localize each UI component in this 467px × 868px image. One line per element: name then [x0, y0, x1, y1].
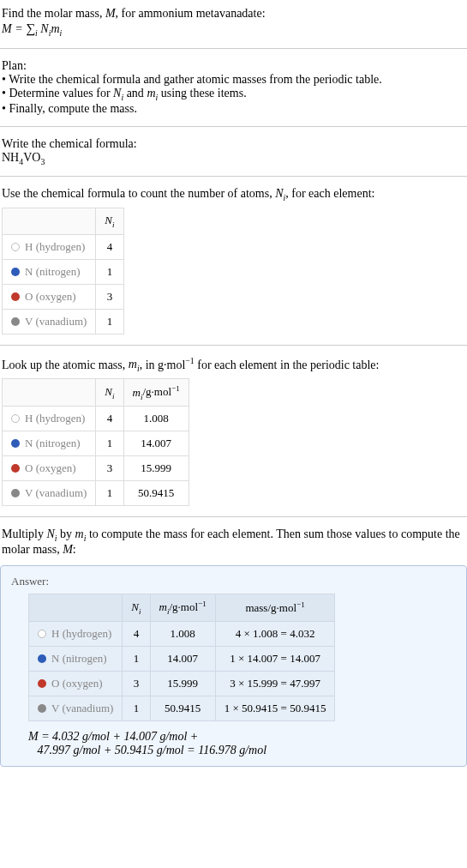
mi-cell: 14.007: [123, 431, 189, 456]
eq-equals: =: [12, 22, 26, 35]
plan-and: and: [123, 87, 147, 99]
plan-bullet-3: • Finally, compute the mass.: [2, 102, 465, 116]
element-dot-icon: [38, 679, 46, 688]
mult-by: by: [57, 527, 75, 540]
table-row: H (hydrogen)4: [3, 234, 124, 259]
sum-symbol: ∑: [26, 21, 35, 35]
table-row: V (vanadium)150.9415: [3, 481, 189, 506]
element-label: H (hydrogen): [25, 240, 85, 254]
ni-cell: 3: [96, 284, 123, 309]
hdr-mi-exp: −1: [171, 384, 180, 393]
element-dot-icon: [11, 489, 20, 497]
table-row: N (nitrogen)1: [3, 259, 124, 284]
intro-equation: M = ∑i Nimi: [2, 21, 465, 38]
mult-post: :: [73, 543, 76, 556]
table-header-row: Ni: [3, 208, 124, 235]
intro-pre: Find the molar mass,: [2, 7, 105, 20]
plan-bullet-2: • Determine values for Ni and mi using t…: [2, 87, 465, 102]
count-ni: Ni: [275, 187, 285, 200]
eq-Ni: N: [40, 22, 48, 35]
table-header-row: Ni mi/g·mol−1 mass/g·mol−1: [29, 594, 335, 621]
element-cell: H (hydrogen): [3, 407, 96, 431]
table-row: O (oxygen)315.999: [3, 456, 189, 481]
eq-mi: m: [51, 22, 59, 35]
mi-cell: 50.9415: [123, 481, 189, 506]
ni-cell: 3: [123, 671, 150, 696]
element-dot-icon: [38, 654, 46, 663]
mass-cell: 1 × 50.9415 = 50.9415: [215, 696, 335, 720]
plan-b2-post: using these items.: [158, 87, 246, 99]
element-dot-icon: [11, 317, 20, 326]
mi-cell: 14.007: [150, 646, 215, 671]
ni-cell: 1: [96, 309, 123, 334]
hdr-mi-unit: /g·mol: [169, 600, 198, 613]
ni-cell: 1: [96, 259, 123, 284]
mass-mi-m: m: [129, 358, 137, 371]
divider: [0, 345, 467, 346]
element-cell: V (vanadium): [3, 481, 96, 506]
count-ni-n: N: [275, 187, 283, 200]
mult-pre: Multiply: [2, 527, 47, 540]
sum-index: i: [35, 28, 38, 38]
plan-mi: mi: [147, 87, 158, 99]
final-eq-line2: 47.997 g/mol + 50.9415 g/mol = 116.978 g…: [38, 744, 267, 756]
ni-cell: 1: [123, 696, 150, 720]
element-cell: N (nitrogen): [3, 431, 96, 456]
final-equation: M = 4.032 g/mol + 14.007 g/mol + 47.997 …: [11, 730, 456, 757]
chem-sub3: 3: [40, 156, 45, 166]
divider: [0, 48, 467, 49]
element-label: O (oxygen): [25, 461, 76, 475]
count-pre: Use the chemical formula to count the nu…: [2, 187, 275, 200]
element-cell: H (hydrogen): [29, 621, 123, 646]
mi-cell: 15.999: [150, 671, 215, 696]
table-row: V (vanadium)150.94151 × 50.9415 = 50.941…: [29, 696, 335, 720]
plan-section: Plan: • Write the chemical formula and g…: [0, 56, 467, 119]
element-label: H (hydrogen): [51, 627, 111, 641]
element-cell: O (oxygen): [3, 456, 96, 481]
element-dot-icon: [11, 414, 20, 423]
plan-ni: Ni: [113, 87, 123, 99]
mult-mi-m: m: [75, 527, 84, 540]
eq-M: M: [2, 22, 12, 35]
hdr-mi: mi/g·mol−1: [150, 594, 215, 621]
divider: [0, 126, 467, 127]
element-dot-icon: [11, 292, 20, 301]
element-cell: V (vanadium): [29, 696, 123, 720]
intro-var-M: M: [105, 7, 116, 20]
intro-post: , for ammonium metavanadate:: [116, 7, 266, 20]
mult-ni-n: N: [47, 527, 55, 540]
mass-pre: Look up the atomic mass,: [2, 358, 129, 371]
count-text: Use the chemical formula to count the nu…: [2, 187, 465, 202]
table-row: N (nitrogen)114.007: [3, 431, 189, 456]
mass-text: Look up the atomic mass, mi, in g·mol−1 …: [2, 356, 465, 373]
mass-cell: 1 × 14.007 = 14.007: [215, 646, 335, 671]
ni-cell: 3: [96, 456, 123, 481]
hdr-ni-sub: i: [139, 606, 141, 615]
element-dot-icon: [38, 630, 46, 638]
plan-heading: Plan:: [2, 59, 465, 73]
chem-vo: VO: [23, 151, 40, 164]
count-post: , for each element:: [285, 187, 374, 200]
chemical-formula: NH4VO3: [2, 151, 465, 166]
answer-table: Ni mi/g·mol−1 mass/g·mol−1 H (hydrogen)4…: [28, 594, 335, 721]
chem-heading: Write the chemical formula:: [2, 137, 465, 151]
table-row: V (vanadium)1: [3, 309, 124, 334]
element-label: O (oxygen): [51, 677, 103, 690]
table-header-row: Ni mi/g·mol−1: [3, 379, 189, 407]
hdr-element: [29, 594, 123, 621]
element-dot-icon: [11, 268, 20, 276]
element-dot-icon: [38, 704, 46, 713]
intro-section: Find the molar mass, M, for ammonium met…: [0, 3, 467, 41]
divider: [0, 516, 467, 517]
element-cell: O (oxygen): [29, 671, 123, 696]
hdr-mass-text: mass/g·mol: [245, 601, 296, 614]
element-label: N (nitrogen): [25, 265, 81, 279]
mult-M: M: [63, 543, 73, 556]
hdr-mi-m: m: [133, 386, 141, 399]
ni-cell: 1: [96, 431, 123, 456]
element-label: V (vanadium): [51, 702, 113, 715]
element-label: N (nitrogen): [25, 437, 81, 450]
element-cell: N (nitrogen): [29, 646, 123, 671]
hdr-ni: Ni: [123, 594, 150, 621]
mass-cell: 4 × 1.008 = 4.032: [215, 621, 335, 646]
